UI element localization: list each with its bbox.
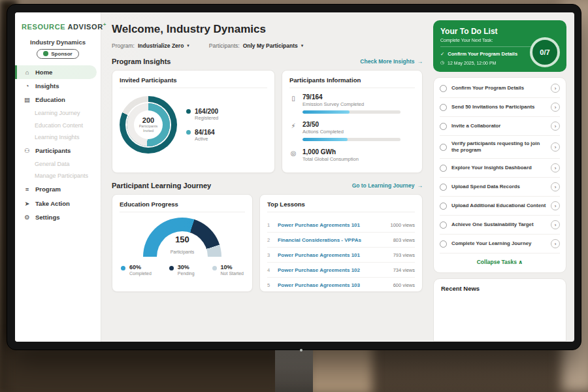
chevron-right-icon[interactable]: › [551, 220, 560, 229]
task-row-invite-a-collaborator[interactable]: Invite a Collaborator› [440, 117, 560, 136]
participants-information-title: Participants Information [289, 76, 415, 88]
lesson-title-link[interactable]: Power Purchase Agreements 103 [278, 282, 389, 288]
lesson-title-link[interactable]: Power Purchase Agreements 101 [278, 252, 389, 258]
legend-text: 84/164Active [195, 129, 215, 142]
task-row-verify-participants-requesting-to-join-the-program[interactable]: Verify participants requesting to join t… [440, 136, 560, 159]
go-to-learning-journey-link[interactable]: Go to Learning Journey → [352, 182, 423, 189]
chevron-right-icon[interactable]: › [551, 182, 560, 191]
legend-item-not-started: 10%Not Started [212, 265, 244, 276]
program-filter-label: Program: [112, 42, 135, 49]
todo-progress-value: 0/7 [540, 48, 549, 56]
sidebar-item-label: Learning Insights [35, 134, 80, 141]
progress-bar [302, 138, 400, 141]
task-checkbox[interactable] [440, 85, 447, 92]
lesson-title-link[interactable]: Power Purchase Agreements 102 [278, 267, 389, 273]
survey-icon: ▯ [289, 95, 297, 102]
home-icon: ⌂ [24, 69, 31, 76]
sidebar-item-education[interactable]: ▤Education [15, 93, 101, 106]
task-row-send-50-invitations-to-participants[interactable]: Send 50 Invitations to Participants› [440, 98, 560, 117]
progress-bar [302, 110, 400, 114]
lesson-row: 5Power Purchase Agreements 103600 views [267, 278, 415, 292]
sidebar-item-settings[interactable]: ⚙Settings [15, 210, 101, 224]
chevron-right-icon[interactable]: › [551, 103, 560, 112]
invited-participants-title: Invited Participants [120, 76, 267, 88]
program-insights-cards: Invited Participants 200 Participants In… [112, 70, 423, 173]
sidebar-item-program[interactable]: ≡Program [15, 182, 101, 196]
welcome-title: Welcome, Industry Dynamics [112, 23, 423, 36]
task-row-confirm-your-program-details[interactable]: Confirm Your Program Details› [440, 79, 560, 98]
task-checkbox[interactable] [440, 203, 447, 210]
recent-news-title: Recent News [441, 285, 480, 292]
legend-label: Active [195, 136, 215, 142]
todo-next-task-label: Confirm Your Program Details [448, 51, 517, 57]
check-icon: ✓ [440, 51, 444, 57]
task-row-explore-your-insights-dashboard[interactable]: Explore Your Insights Dashboard› [440, 159, 560, 178]
sidebar-nav: ⌂Home◔Insights▤EducationLearning Journey… [15, 65, 101, 225]
consumption-icon: ◎ [289, 150, 297, 157]
task-checkbox[interactable] [440, 184, 447, 191]
check-more-insights-link[interactable]: Check More Insights → [360, 58, 423, 65]
sidebar-item-take-action[interactable]: ➤Take Action [15, 197, 101, 210]
legend-label: Pending [178, 271, 195, 276]
collapse-tasks-button[interactable]: Collapse Tasks ∧ [440, 253, 560, 271]
lesson-title-link[interactable]: Financial Considerations - VPPAs [278, 237, 389, 243]
education-progress-card: Education Progress 150 Participants 60%C… [112, 194, 253, 292]
task-checkbox[interactable] [440, 240, 447, 248]
task-row-complete-your-learning-journey[interactable]: Complete Your Learning Journey› [440, 235, 560, 253]
chevron-right-icon[interactable]: › [551, 142, 560, 152]
task-row-upload-additional-educational-content[interactable]: Upload Additional Educational Content› [440, 197, 560, 216]
sidebar-item-general-data[interactable]: General Data [15, 158, 101, 171]
lesson-title-link[interactable]: Power Purchase Agreements 101 [278, 222, 385, 228]
sidebar-item-learning-insights[interactable]: Learning Insights [15, 131, 101, 144]
legend-value: 30% [178, 265, 195, 271]
power-led [300, 349, 302, 351]
task-row-upload-spend-data-records[interactable]: Upload Spend Data Records› [440, 178, 560, 197]
chevron-right-icon[interactable]: › [551, 201, 560, 210]
info-label: Total Global Consumption [302, 156, 415, 162]
sidebar-item-manage-participants[interactable]: Manage Participants [15, 170, 101, 182]
filters-row: Program: Industrialize Zero ▾ Participan… [112, 42, 423, 49]
sidebar-item-insights[interactable]: ◔Insights [15, 79, 101, 93]
app-logo: RESOURCE ADVISOR+ [15, 20, 101, 33]
legend-dot [212, 266, 217, 270]
lesson-views: 600 views [393, 282, 415, 288]
legend-dot [186, 109, 191, 114]
task-row-achieve-one-sustainability-target[interactable]: Achieve One Sustainability Target› [440, 216, 560, 235]
task-checkbox[interactable] [440, 144, 447, 151]
legend-dot [186, 130, 191, 135]
participants-information-rows: ▯79/164Emission Survey Completed⚡23/50Ac… [289, 93, 415, 162]
program-filter[interactable]: Program: Industrialize Zero ▾ [112, 42, 189, 49]
lesson-rank: 3 [267, 252, 273, 258]
sidebar-item-label: Home [35, 69, 52, 76]
chevron-right-icon[interactable]: › [551, 163, 560, 172]
legend-text: 164/200Registered [195, 108, 218, 121]
sidebar-item-home[interactable]: ⌂Home [15, 65, 97, 79]
task-checkbox[interactable] [440, 123, 447, 130]
program-icon: ≡ [24, 186, 31, 193]
monitor-bezel: RESOURCE ADVISOR+ Industry Dynamics Spon… [7, 4, 581, 350]
dashboard-screen: RESOURCE ADVISOR+ Industry Dynamics Spon… [15, 12, 574, 342]
org-name: Industry Dynamics [15, 39, 101, 46]
sidebar-item-learning-journey[interactable]: Learning Journey [15, 107, 101, 120]
participants-filter[interactable]: Participants: Only My Participants ▾ [209, 42, 303, 49]
arrow-right-icon: → [417, 182, 423, 189]
legend-item-pending: 30%Pending [169, 265, 195, 276]
task-checkbox[interactable] [440, 221, 447, 229]
chevron-right-icon[interactable]: › [551, 122, 560, 131]
progress-fill [302, 110, 350, 114]
clock-icon: ◷ [440, 60, 444, 65]
task-checkbox[interactable] [440, 104, 447, 111]
legend-label: Registered [195, 115, 218, 121]
chevron-right-icon[interactable]: › [551, 84, 560, 93]
lesson-views: 803 views [393, 237, 415, 243]
chevron-right-icon[interactable]: › [551, 239, 560, 248]
lesson-rank: 5 [267, 282, 273, 288]
sidebar-item-education-content[interactable]: Education Content [15, 120, 101, 132]
chevron-down-icon: ▾ [301, 43, 304, 48]
lesson-row: 1Power Purchase Agreements 1011000 views [267, 218, 415, 233]
recent-news-card: Recent News [433, 278, 566, 342]
sidebar-item-participants[interactable]: ⚇Participants [15, 144, 101, 157]
lesson-views: 734 views [393, 267, 415, 273]
task-checkbox[interactable] [440, 165, 447, 172]
sidebar-item-label: Education [35, 96, 65, 103]
